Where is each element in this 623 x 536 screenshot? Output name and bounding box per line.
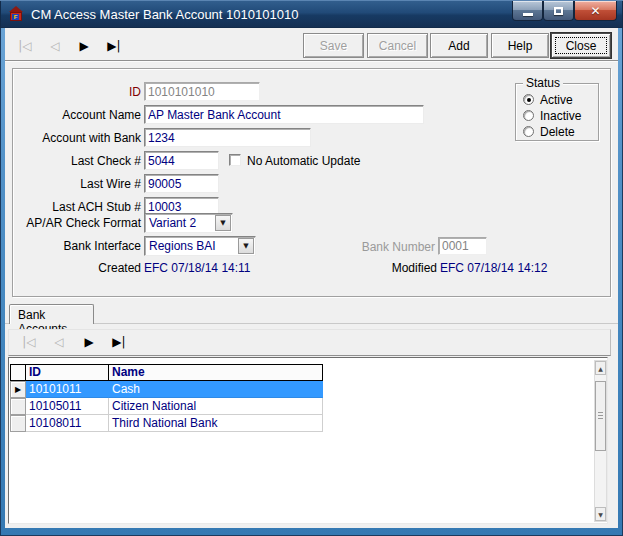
scrollbar-thumb[interactable] bbox=[595, 381, 606, 451]
status-delete-radio[interactable] bbox=[523, 126, 534, 137]
scroll-up-icon: ▲ bbox=[598, 365, 603, 372]
bank-interface-label: Bank Interface bbox=[64, 239, 141, 253]
current-row-icon: ▶ bbox=[15, 386, 21, 394]
status-inactive-label: Inactive bbox=[540, 109, 581, 123]
table-row-cell-name[interactable]: Citizen National bbox=[109, 398, 323, 415]
no-automatic-update-checkbox[interactable] bbox=[229, 154, 241, 166]
column-header-id: ID bbox=[25, 364, 109, 381]
grid-first-record-button[interactable]: |◁ bbox=[16, 334, 42, 350]
status-delete-label: Delete bbox=[540, 125, 575, 139]
status-inactive-radio[interactable] bbox=[523, 110, 534, 121]
cancel-button[interactable]: Cancel bbox=[367, 33, 428, 58]
table-row-cell-id[interactable]: 10101011 bbox=[26, 381, 109, 398]
maximize-button[interactable] bbox=[543, 1, 574, 21]
modified-value: EFC 07/18/14 14:12 bbox=[440, 261, 547, 275]
account-with-bank-label: Account with Bank bbox=[42, 131, 141, 145]
last-wire-field[interactable] bbox=[144, 174, 219, 193]
table-row-cell-name[interactable]: Cash bbox=[109, 381, 323, 398]
save-button[interactable]: Save bbox=[303, 33, 364, 58]
tab-baseline bbox=[5, 323, 618, 324]
previous-record-icon: ◁ bbox=[54, 334, 63, 350]
last-record-icon: ▶| bbox=[107, 38, 120, 54]
close-icon: ✕ bbox=[590, 4, 600, 18]
bank-interface-value: Regions BAI bbox=[149, 239, 216, 253]
created-value: EFC 07/18/14 14:11 bbox=[144, 261, 251, 275]
next-record-button[interactable]: ▶ bbox=[71, 38, 97, 54]
minimize-icon bbox=[523, 13, 533, 16]
last-record-icon: ▶| bbox=[112, 334, 125, 350]
grid-previous-record-button[interactable]: ◁ bbox=[46, 334, 72, 350]
tab-bank-accounts[interactable]: Bank Accounts bbox=[9, 304, 94, 324]
status-groupbox: Status Active Inactive Delete bbox=[515, 83, 599, 141]
app-window: F CM Access Master Bank Account 10101010… bbox=[0, 0, 623, 536]
bank-accounts-grid: ID Name ▶ 10101011 Cash 10105011 Citizen… bbox=[8, 357, 608, 524]
bank-number-label: Bank Number bbox=[362, 240, 435, 254]
chevron-down-icon[interactable]: ▼ bbox=[238, 238, 254, 254]
scroll-down-icon: ▼ bbox=[598, 511, 603, 518]
status-active-label: Active bbox=[540, 93, 573, 107]
account-name-field[interactable] bbox=[144, 105, 424, 124]
toolbar-separator-highlight bbox=[5, 61, 618, 62]
last-wire-label: Last Wire # bbox=[80, 177, 141, 191]
next-record-icon: ▶ bbox=[84, 334, 93, 350]
grid-next-record-button[interactable]: ▶ bbox=[76, 334, 102, 350]
table-row-cell-name[interactable]: Third National Bank bbox=[109, 415, 323, 432]
grid-last-record-button[interactable]: ▶| bbox=[106, 334, 132, 350]
check-format-dropdown[interactable]: Variant 2 ▼ bbox=[144, 213, 233, 233]
modified-label: Modified bbox=[392, 261, 437, 275]
table-row-cell-id[interactable]: 10108011 bbox=[26, 415, 109, 432]
created-label: Created bbox=[98, 261, 141, 275]
scroll-down-button[interactable]: ▼ bbox=[595, 507, 606, 521]
account-name-label: Account Name bbox=[62, 108, 141, 122]
grid-vertical-scrollbar[interactable]: ▲ ▼ bbox=[594, 360, 607, 522]
scroll-up-button[interactable]: ▲ bbox=[595, 361, 606, 375]
first-record-button[interactable]: |◁ bbox=[12, 38, 38, 54]
check-format-value: Variant 2 bbox=[149, 216, 196, 230]
row-indicator-cell: ▶ bbox=[10, 381, 26, 398]
close-window-button[interactable]: ✕ bbox=[574, 1, 617, 21]
last-ach-stub-label: Last ACH Stub # bbox=[52, 200, 141, 214]
account-with-bank-field[interactable] bbox=[144, 128, 311, 147]
no-automatic-update-label: No Automatic Update bbox=[247, 154, 360, 168]
bank-number-field[interactable] bbox=[438, 237, 487, 255]
app-icon: F bbox=[8, 6, 24, 22]
column-header-name: Name bbox=[108, 364, 323, 381]
status-active-radio[interactable] bbox=[523, 94, 534, 105]
id-field[interactable] bbox=[144, 82, 260, 101]
table-row-cell-id[interactable]: 10105011 bbox=[26, 398, 109, 415]
help-button[interactable]: Help bbox=[491, 33, 549, 58]
row-indicator-cell bbox=[10, 415, 26, 432]
last-record-button[interactable]: ▶| bbox=[101, 38, 127, 54]
last-check-field[interactable] bbox=[144, 151, 219, 170]
first-record-icon: |◁ bbox=[22, 334, 35, 350]
id-label: ID bbox=[129, 85, 141, 99]
window-title: CM Access Master Bank Account 1010101010 bbox=[31, 7, 298, 22]
next-record-icon: ▶ bbox=[79, 38, 88, 54]
check-format-label: AP/AR Check Format bbox=[26, 216, 141, 230]
add-button[interactable]: Add bbox=[430, 33, 488, 58]
status-legend: Status bbox=[523, 76, 563, 90]
maximize-icon bbox=[554, 7, 563, 15]
chevron-down-icon[interactable]: ▼ bbox=[215, 215, 231, 231]
bank-interface-dropdown[interactable]: Regions BAI ▼ bbox=[144, 236, 256, 256]
row-indicator-cell bbox=[10, 398, 26, 415]
last-check-label: Last Check # bbox=[71, 154, 141, 168]
first-record-icon: |◁ bbox=[18, 38, 31, 54]
close-button[interactable]: Close bbox=[551, 33, 611, 58]
previous-record-button[interactable]: ◁ bbox=[42, 38, 68, 54]
minimize-button[interactable] bbox=[512, 1, 543, 21]
previous-record-icon: ◁ bbox=[50, 38, 59, 54]
gutter-header-cell bbox=[10, 364, 26, 381]
